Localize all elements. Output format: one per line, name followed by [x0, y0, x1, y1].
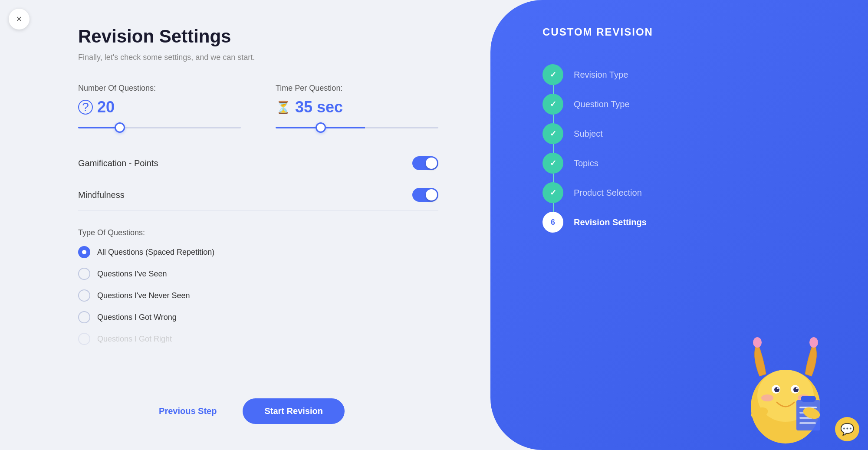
- time-per-question-block: Time Per Question: ⏳ 35 sec: [276, 84, 438, 130]
- step-label-1: Revision Type: [574, 70, 628, 80]
- step-item-1: ✓ Revision Type: [542, 60, 833, 89]
- step-circle-5: ✓: [542, 182, 563, 203]
- step-circle-1: ✓: [542, 64, 563, 85]
- radio-text-wrong: Questions I Got Wrong: [97, 313, 177, 322]
- num-questions-slider[interactable]: [78, 127, 241, 128]
- radio-option-seen[interactable]: Questions I've Seen: [78, 268, 438, 280]
- step-item-6: 6 Revision Settings: [542, 207, 833, 237]
- gamification-label: Gamification - Points: [78, 158, 158, 168]
- check-icon-4: ✓: [550, 158, 556, 168]
- prev-step-button[interactable]: Previous Step: [146, 399, 230, 423]
- step-number-6: 6: [551, 218, 555, 227]
- num-questions-value-row: ? 20: [78, 98, 241, 116]
- chat-button[interactable]: 💬: [835, 417, 859, 441]
- check-icon-5: ✓: [550, 188, 556, 197]
- radio-circle-wrong: [78, 311, 90, 323]
- radio-circle-all: [78, 246, 90, 258]
- close-icon: ×: [16, 13, 22, 25]
- svg-point-2: [809, 337, 818, 348]
- radio-option-never-seen[interactable]: Questions I've Never Seen: [78, 289, 438, 302]
- radio-text-all: All Questions (Spaced Repetition): [97, 248, 214, 257]
- page-subtitle: Finally, let's check some settings, and …: [78, 53, 438, 62]
- svg-point-7: [793, 387, 799, 392]
- main-content: Revision Settings Finally, let's check s…: [0, 0, 490, 450]
- svg-point-9: [796, 388, 798, 389]
- step-item-4: ✓ Topics: [542, 148, 833, 178]
- gamification-row: Gamification - Points: [78, 148, 438, 179]
- radio-circle-seen: [78, 268, 90, 280]
- svg-point-1: [753, 337, 762, 348]
- radio-circle-right: [78, 333, 90, 345]
- step-label-5: Product Selection: [574, 188, 642, 198]
- check-icon-2: ✓: [550, 99, 556, 109]
- mindfulness-row: Mindfulness: [78, 179, 438, 211]
- radio-option-wrong[interactable]: Questions I Got Wrong: [78, 311, 438, 323]
- step-label-2: Question Type: [574, 99, 630, 109]
- sliders-row: Number Of Questions: ? 20 Time Per Quest…: [78, 84, 438, 130]
- svg-rect-13: [801, 396, 816, 402]
- radio-option-right: Questions I Got Right: [78, 333, 438, 345]
- chat-icon: 💬: [840, 423, 854, 436]
- step-label-6: Revision Settings: [574, 217, 647, 227]
- radio-text-right: Questions I Got Right: [97, 335, 172, 344]
- mindfulness-toggle-knob: [426, 189, 437, 200]
- mindfulness-toggle[interactable]: [412, 188, 438, 202]
- gamification-toggle[interactable]: [412, 156, 438, 170]
- step-circle-3: ✓: [542, 123, 563, 144]
- bottom-nav: Previous Step Start Revision: [0, 398, 490, 424]
- num-questions-label: Number Of Questions:: [78, 84, 241, 93]
- svg-point-10: [761, 394, 773, 401]
- timer-icon: ⏳: [276, 100, 291, 115]
- step-label-4: Topics: [574, 158, 598, 168]
- radio-option-all[interactable]: All Questions (Spaced Repetition): [78, 246, 438, 258]
- step-circle-6: 6: [542, 212, 563, 233]
- radio-text-never-seen: Questions I've Never Seen: [97, 291, 190, 300]
- step-label-3: Subject: [574, 129, 603, 139]
- svg-rect-17: [799, 422, 816, 424]
- question-icon: ?: [78, 100, 93, 115]
- close-button[interactable]: ×: [9, 9, 30, 30]
- step-item-3: ✓ Subject: [542, 119, 833, 148]
- sidebar: CUSTOM REVISION ✓ Revision Type ✓ Questi…: [490, 0, 868, 450]
- time-per-question-value-row: ⏳ 35 sec: [276, 98, 438, 116]
- sidebar-inner: CUSTOM REVISION ✓ Revision Type ✓ Questi…: [490, 0, 868, 263]
- check-icon-3: ✓: [550, 129, 556, 138]
- page-title: Revision Settings: [78, 26, 438, 47]
- question-type-label: Type Of Questions:: [78, 228, 438, 237]
- gamification-toggle-knob: [426, 158, 437, 169]
- start-revision-button[interactable]: Start Revision: [243, 398, 344, 424]
- step-circle-2: ✓: [542, 94, 563, 115]
- check-icon-1: ✓: [550, 70, 556, 79]
- step-item-5: ✓ Product Selection: [542, 178, 833, 207]
- step-item-2: ✓ Question Type: [542, 89, 833, 119]
- step-list: ✓ Revision Type ✓ Question Type ✓ Subjec…: [542, 60, 833, 237]
- radio-text-seen: Questions I've Seen: [97, 269, 167, 279]
- time-per-question-display: 35 sec: [295, 98, 343, 116]
- radio-circle-never-seen: [78, 289, 90, 302]
- mindfulness-label: Mindfulness: [78, 190, 125, 200]
- num-questions-display: 20: [97, 98, 115, 116]
- svg-point-8: [777, 388, 779, 389]
- svg-point-6: [774, 387, 779, 392]
- time-per-question-slider[interactable]: [276, 127, 438, 128]
- num-questions-block: Number Of Questions: ? 20: [78, 84, 241, 130]
- sidebar-title: CUSTOM REVISION: [542, 26, 833, 38]
- step-circle-4: ✓: [542, 153, 563, 174]
- time-per-question-label: Time Per Question:: [276, 84, 438, 93]
